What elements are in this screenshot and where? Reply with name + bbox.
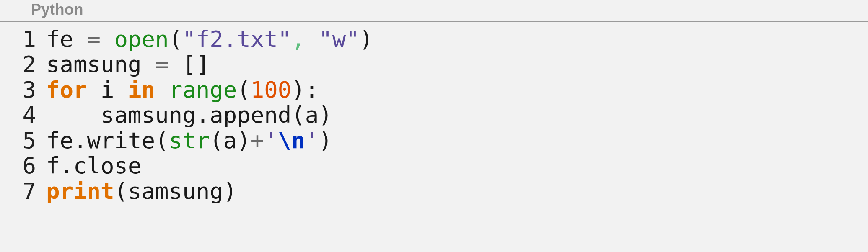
code-token: f	[46, 152, 60, 179]
code-token: range	[169, 77, 237, 103]
code-content[interactable]: for i in range(100):	[46, 77, 319, 103]
code-token: .	[73, 127, 87, 154]
line-number: 7	[0, 179, 46, 204]
code-token: (a)	[210, 127, 251, 154]
code-token: (	[169, 26, 183, 52]
code-token: .	[60, 152, 74, 179]
line-number: 3	[0, 77, 46, 103]
code-token: fe	[46, 26, 87, 52]
line-number: 4	[0, 103, 46, 128]
code-line[interactable]: 5fe.write(str(a)+'\n')	[0, 128, 868, 153]
code-token: 100	[251, 77, 292, 103]
code-token: str	[169, 127, 210, 154]
code-token: []	[169, 51, 210, 77]
code-line[interactable]: 3for i in range(100):	[0, 77, 868, 103]
code-token: '	[264, 127, 278, 154]
code-token: =	[87, 26, 101, 52]
code-token: (a)	[291, 102, 332, 128]
code-token: )	[319, 127, 332, 154]
code-token: fe	[46, 127, 73, 154]
code-token	[101, 26, 114, 52]
code-block: Python 1fe = open("f2.txt", "w")2samsung…	[0, 0, 868, 204]
code-token: "w"	[319, 26, 360, 52]
code-token: close	[73, 152, 142, 179]
code-token: (	[155, 127, 169, 154]
code-token: write	[87, 127, 155, 154]
line-number: 2	[0, 52, 46, 77]
code-token: for	[46, 77, 87, 103]
code-token: samsung	[46, 102, 196, 128]
code-content[interactable]: samsung = []	[46, 52, 210, 77]
code-line[interactable]: 6f.close	[0, 153, 868, 178]
code-content[interactable]: f.close	[46, 153, 142, 178]
code-line[interactable]: 7print(samsung)	[0, 179, 868, 204]
code-token: samsung	[46, 51, 155, 77]
code-content[interactable]: fe = open("f2.txt", "w")	[46, 27, 373, 52]
code-token: (	[237, 77, 251, 103]
code-token: \n	[278, 127, 305, 154]
code-token: '	[305, 127, 319, 154]
code-token: ):	[291, 77, 319, 103]
code-token: i	[87, 77, 128, 103]
code-content[interactable]: fe.write(str(a)+'\n')	[46, 128, 332, 153]
code-line[interactable]: 4 samsung.append(a)	[0, 103, 868, 128]
language-label: Python	[0, 0, 868, 22]
code-token	[305, 26, 319, 52]
code-token: open	[114, 26, 169, 52]
code-token: append	[210, 102, 291, 128]
code-content[interactable]: samsung.append(a)	[46, 103, 332, 128]
line-number: 6	[0, 153, 46, 178]
code-token: =	[155, 51, 169, 77]
code-token	[155, 77, 169, 103]
code-token: print	[46, 178, 114, 204]
code-token: (samsung)	[114, 178, 237, 204]
code-token: .	[196, 102, 210, 128]
code-token: in	[128, 77, 155, 103]
code-line[interactable]: 2samsung = []	[0, 52, 868, 77]
code-content[interactable]: print(samsung)	[46, 179, 237, 204]
code-token: +	[251, 127, 264, 154]
code-token: ,	[291, 26, 305, 52]
code-line[interactable]: 1fe = open("f2.txt", "w")	[0, 27, 868, 52]
code-token: )	[360, 26, 373, 52]
line-number: 5	[0, 128, 46, 153]
code-area[interactable]: 1fe = open("f2.txt", "w")2samsung = []3f…	[0, 22, 868, 204]
line-number: 1	[0, 27, 46, 52]
code-token: "f2.txt"	[182, 26, 291, 52]
